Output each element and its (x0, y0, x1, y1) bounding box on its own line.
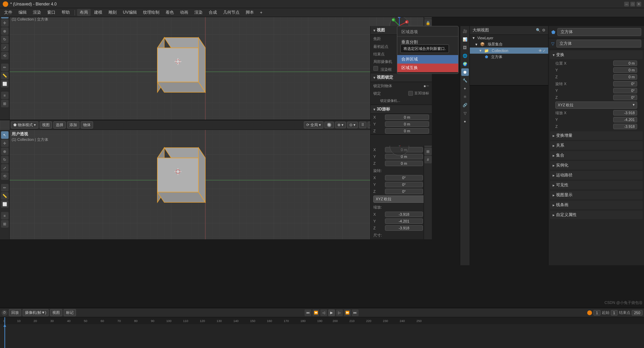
tl-view-btn[interactable]: 视图 (50, 309, 62, 316)
snap-btn-2[interactable]: 🔘 (324, 122, 334, 128)
view-layer-props-icon[interactable]: 🖼 (461, 44, 469, 51)
rot-y-bottom[interactable]: 0° (385, 182, 423, 187)
delta-hdr[interactable]: ▸ 变换增量 (550, 131, 643, 140)
ws-texture[interactable]: 纹理绘制 (140, 9, 162, 16)
jump-end-btn[interactable]: ⏭ (352, 309, 359, 316)
menu-file[interactable]: 文件 (1, 9, 15, 16)
measure-tool-2[interactable]: 📏 (1, 192, 9, 200)
region-opt-swap[interactable]: 区域互换 (397, 64, 458, 72)
sca-x-bottom[interactable]: -3.918 (385, 212, 423, 217)
scene-props-icon[interactable]: 🌐 (461, 52, 469, 59)
ws-sculpting[interactable]: 雕刻 (106, 9, 119, 16)
rot-y-val-props[interactable]: 0° (613, 88, 637, 93)
particles-props-icon[interactable]: ✦ (461, 85, 469, 92)
output-props-icon[interactable]: 📊 (461, 36, 469, 43)
camera-btn[interactable]: 摄像机(帧▼) (23, 309, 49, 316)
ws-geometry[interactable]: 几何节点 (220, 9, 242, 16)
loc-z-val[interactable]: 0 m (613, 74, 637, 80)
cursor-tool-1[interactable]: ✛ (1, 19, 9, 27)
play-btn[interactable]: ▶ (328, 309, 335, 316)
transform-tool-2[interactable]: ⟲ (1, 172, 9, 180)
jump-start-btn[interactable]: ⏮ (305, 309, 311, 316)
custom-props-hdr[interactable]: ▸ 自定义属性 (550, 211, 643, 219)
minimize-button[interactable]: ─ (624, 2, 629, 6)
pos-z-bottom[interactable]: 0 m (385, 161, 423, 166)
xyz-euler-selector[interactable]: XYZ 欧拉 ▾ (373, 196, 429, 203)
shading-dots-2[interactable]: ⠿ (359, 122, 366, 128)
transform-btn-2[interactable]: ⊕ ▾ (335, 122, 346, 128)
sca-z-val-props[interactable]: -3.918 (613, 124, 637, 129)
current-frame-field[interactable]: 1 (593, 310, 600, 316)
view-lock-header[interactable]: ▾ 视图锁定 (371, 73, 432, 82)
ws-rendering[interactable]: 渲染 (192, 9, 205, 16)
proportional-btn-2[interactable]: ⊙ ▾ (347, 122, 358, 128)
sca-x-val-props[interactable]: -3.918 (613, 110, 637, 116)
scale-tool-2[interactable]: ⤢ (1, 164, 9, 172)
world-props-icon[interactable]: 🌍 (461, 60, 469, 68)
constraints-props-icon[interactable]: 🔗 (461, 101, 469, 109)
close-button[interactable]: ✕ (636, 2, 641, 6)
markers-btn[interactable]: 标记 (64, 309, 76, 316)
sca-y-val-props[interactable]: -4.201 (613, 117, 637, 122)
rot-x-val-props[interactable]: 0° (613, 81, 637, 86)
outliner-filter[interactable]: 🔍 (536, 28, 541, 32)
loc-x-val[interactable]: 0 m (613, 61, 637, 66)
menu-window[interactable]: 窗口 (44, 9, 58, 16)
relations-hdr[interactable]: ▸ 关系 (550, 141, 643, 150)
prev-keyframe-btn[interactable]: ◁ (320, 309, 327, 316)
render-props-icon[interactable]: 🎥 (461, 27, 469, 35)
menu-help[interactable]: 帮助 (59, 9, 73, 16)
cursor-y[interactable]: 0 m (385, 121, 429, 127)
annotate-tool-2[interactable]: ✏ (1, 184, 9, 191)
add-cube-tool-2[interactable]: ⬜ (1, 200, 9, 208)
ws-modeling[interactable]: 建模 (91, 9, 105, 16)
data-name-field[interactable]: 立方体 (556, 40, 641, 48)
outliner-options[interactable]: ⚙ (542, 28, 545, 32)
sca-z-bottom[interactable]: -3.918 (385, 225, 423, 231)
instances-hdr[interactable]: ▸ 实例化 (550, 161, 643, 170)
object-menu-2[interactable]: 物体 (81, 121, 93, 129)
cube-item[interactable]: ⬟ 立方体 (470, 54, 548, 60)
mode-selector-2[interactable]: ⬟ 物体模式 ▾ (11, 121, 38, 129)
lock-view-1[interactable]: 🔒 (424, 19, 432, 27)
modifier-props-icon[interactable]: 🔧 (461, 77, 469, 84)
cursor-tool-2[interactable]: ✛ (1, 139, 9, 147)
extra-tool-3[interactable]: ≡ (1, 212, 9, 219)
ws-animation[interactable]: 动画 (177, 9, 191, 16)
measure-tool-1[interactable]: 📏 (1, 72, 9, 79)
timeline-body[interactable] (0, 324, 644, 348)
object-props-icon[interactable]: ⬟ (461, 68, 469, 76)
next-keyframe-btn[interactable]: ▷ (336, 309, 343, 316)
sca-y-bottom[interactable]: -4.201 (385, 218, 423, 224)
physics-props-icon[interactable]: ⚛ (461, 93, 469, 101)
collections-hdr[interactable]: ▸ 集合 (550, 151, 643, 160)
cursor-z[interactable]: 0 m (385, 128, 429, 134)
ws-scripting[interactable]: 脚本 (243, 9, 257, 16)
rotation-mode-selector[interactable]: XYZ 欧拉 ▾ (555, 102, 637, 109)
visibility-hdr[interactable]: ▸ 可见性 (550, 181, 643, 189)
add-menu-2[interactable]: 添加 (67, 121, 79, 129)
extra-tool-2[interactable]: ⊞ (1, 100, 9, 107)
viewport-display-hdr[interactable]: ▸ 视图显示 (550, 191, 643, 199)
collection-item[interactable]: ▾ 📁 Collection 👁 ✓ (470, 48, 548, 54)
prev-frame-btn[interactable]: ⏪ (312, 309, 319, 316)
grid-toggle-2[interactable]: # (424, 156, 432, 163)
scale-tool-1[interactable]: ⤢ (1, 44, 9, 51)
rot-x-bottom[interactable]: 0° (385, 175, 423, 180)
rot-z-val-props[interactable]: 0° (613, 95, 637, 100)
transform-section-hdr[interactable]: ▾ 变换 (550, 51, 643, 59)
title-bar-controls[interactable]: ─ □ ✕ (624, 2, 641, 6)
lock-3d-cursor-check[interactable] (408, 91, 413, 96)
cursor-section-header[interactable]: ▾ 3D游标 (371, 105, 432, 114)
ws-layout[interactable]: 布局 (77, 9, 91, 16)
loc-y-val[interactable]: 0 m (613, 67, 637, 73)
ws-add[interactable]: + (257, 10, 265, 16)
sync-btn-2[interactable]: ⟳ 全局 ▾ (304, 121, 323, 129)
data-props-icon[interactable]: ▽ (461, 109, 469, 117)
scene-collection-item[interactable]: ▾ 📦 场景集合 (470, 41, 548, 48)
start-frame-field[interactable]: 1 (611, 310, 618, 316)
lineart-hdr[interactable]: ▸ 线条画 (550, 201, 643, 209)
move-tool-1[interactable]: ⊕ (1, 27, 9, 35)
transform-tool-1[interactable]: ⟲ (1, 52, 9, 59)
annotate-tool-1[interactable]: ✏ (1, 64, 9, 71)
